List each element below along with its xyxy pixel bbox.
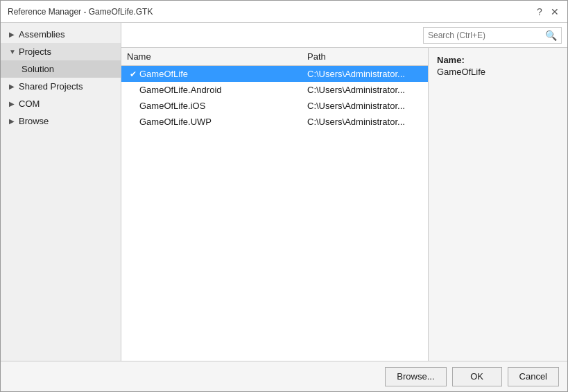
reference-manager-dialog: Reference Manager - GameOfLife.GTK ? ✕ ▶… xyxy=(0,0,568,392)
title-bar: Reference Manager - GameOfLife.GTK ? ✕ xyxy=(1,1,567,23)
detail-value: GameOfLife xyxy=(437,67,559,77)
table-row[interactable]: GameOfLife.AndroidC:\Users\Administrator… xyxy=(121,82,428,98)
sidebar-item-assemblies-label: Assemblies xyxy=(19,29,64,40)
table-row[interactable]: ✔GameOfLifeC:\Users\Administrator... xyxy=(121,66,428,82)
detail-panel: Name: GameOfLife xyxy=(429,48,567,361)
main-content: ▶Assemblies▼ProjectsSolution▶Shared Proj… xyxy=(1,23,567,361)
search-icon: 🔍 xyxy=(545,30,557,41)
sidebar-item-shared-projects[interactable]: ▶Shared Projects xyxy=(1,78,121,95)
list-header: Name Path xyxy=(121,48,428,66)
sidebar-item-com-label: COM xyxy=(19,99,40,109)
browse-button[interactable]: Browse... xyxy=(385,367,446,386)
top-bar: 🔍 xyxy=(121,23,567,48)
sidebar-item-projects[interactable]: ▼Projects xyxy=(1,43,121,60)
sidebar-item-browse[interactable]: ▶Browse xyxy=(1,112,121,130)
help-button[interactable]: ? xyxy=(534,6,545,17)
sidebar-item-shared-projects-label: Shared Projects xyxy=(19,81,83,92)
row-checkbox[interactable]: ✔ xyxy=(127,69,139,79)
cancel-button[interactable]: Cancel xyxy=(508,367,559,386)
footer: Browse... OK Cancel xyxy=(1,361,567,391)
right-panel: 🔍 Name Path ✔GameOfLifeC:\Users\Administ… xyxy=(121,23,567,361)
ok-button[interactable]: OK xyxy=(452,367,502,386)
assemblies-arrow-icon: ▶ xyxy=(9,31,16,38)
row-name: GameOfLife.Android xyxy=(139,85,307,95)
col-name-header: Name xyxy=(127,51,307,62)
dialog-title: Reference Manager - GameOfLife.GTK xyxy=(8,7,153,17)
search-input[interactable] xyxy=(428,31,545,40)
search-box: 🔍 xyxy=(423,27,562,44)
row-name: GameOfLife.iOS xyxy=(139,101,307,111)
row-path: C:\Users\Administrator... xyxy=(307,101,422,111)
list-panel: Name Path ✔GameOfLifeC:\Users\Administra… xyxy=(121,48,429,361)
row-name: GameOfLife.UWP xyxy=(139,117,307,127)
row-path: C:\Users\Administrator... xyxy=(307,69,422,79)
col-path-header: Path xyxy=(307,51,422,62)
sidebar-item-solution[interactable]: Solution xyxy=(1,60,121,78)
sidebar-item-browse-label: Browse xyxy=(19,116,49,126)
browse-arrow-icon: ▶ xyxy=(9,117,16,125)
projects-arrow-icon: ▼ xyxy=(9,48,16,56)
com-arrow-icon: ▶ xyxy=(9,100,16,108)
list-rows-container: ✔GameOfLifeC:\Users\Administrator...Game… xyxy=(121,66,428,130)
sidebar-item-com[interactable]: ▶COM xyxy=(1,95,121,112)
sidebar-item-projects-label: Projects xyxy=(19,46,51,57)
title-controls: ? ✕ xyxy=(534,6,560,17)
content-area: Name Path ✔GameOfLifeC:\Users\Administra… xyxy=(121,48,567,361)
close-button[interactable]: ✕ xyxy=(549,6,560,17)
detail-label: Name: xyxy=(437,55,559,65)
row-path: C:\Users\Administrator... xyxy=(307,85,422,95)
sidebar-item-assemblies[interactable]: ▶Assemblies xyxy=(1,26,121,43)
sidebar: ▶Assemblies▼ProjectsSolution▶Shared Proj… xyxy=(1,23,121,361)
row-name: GameOfLife xyxy=(139,69,307,79)
shared-projects-arrow-icon: ▶ xyxy=(9,83,16,90)
table-row[interactable]: GameOfLife.UWPC:\Users\Administrator... xyxy=(121,114,428,130)
table-row[interactable]: GameOfLife.iOSC:\Users\Administrator... xyxy=(121,98,428,114)
row-path: C:\Users\Administrator... xyxy=(307,117,422,127)
